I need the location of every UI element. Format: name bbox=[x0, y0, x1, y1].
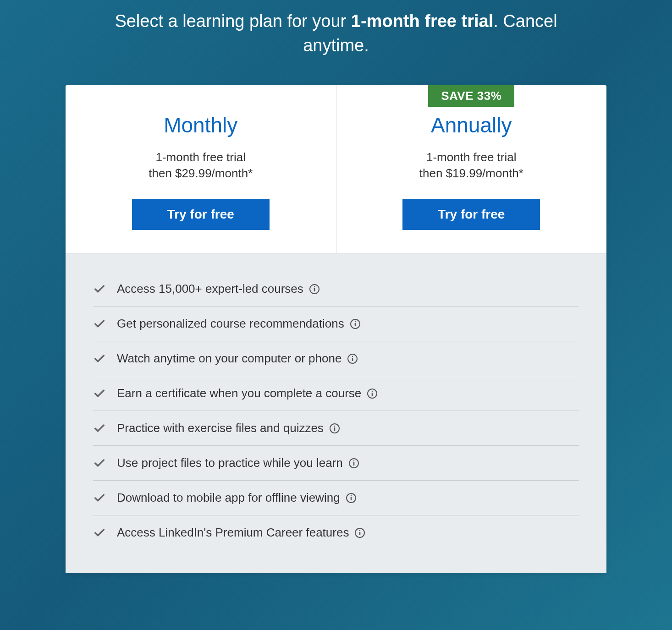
feature-row: Watch anytime on your computer or phone bbox=[93, 341, 579, 376]
pricing-card: Monthly 1-month free trial then $29.99/m… bbox=[66, 85, 606, 573]
plan-title: Annually bbox=[355, 113, 589, 137]
feature-label: Practice with exercise files and quizzes bbox=[117, 421, 324, 435]
try-annually-button[interactable]: Try for free bbox=[402, 199, 540, 230]
info-icon[interactable] bbox=[329, 423, 340, 434]
feature-row: Access LinkedIn's Premium Career feature… bbox=[93, 515, 579, 550]
save-badge: SAVE 33% bbox=[428, 85, 514, 107]
feature-row: Get personalized course recommendations bbox=[93, 307, 579, 341]
check-icon bbox=[93, 283, 106, 296]
feature-label: Watch anytime on your computer or phone bbox=[117, 351, 342, 366]
feature-label: Access 15,000+ expert-led courses bbox=[117, 282, 303, 296]
plans-row: Monthly 1-month free trial then $29.99/m… bbox=[66, 85, 606, 253]
feature-row: Download to mobile app for offline viewi… bbox=[93, 481, 579, 515]
svg-point-20 bbox=[350, 495, 351, 496]
svg-point-14 bbox=[334, 426, 335, 427]
svg-point-5 bbox=[355, 321, 356, 322]
plan-price-text: then $29.99/month* bbox=[84, 166, 318, 181]
feature-row: Earn a certificate when you complete a c… bbox=[93, 376, 579, 411]
svg-point-11 bbox=[372, 391, 373, 392]
svg-point-17 bbox=[353, 460, 354, 461]
plan-title: Monthly bbox=[84, 113, 318, 137]
feature-label: Get personalized course recommendations bbox=[117, 317, 344, 331]
title-bold: 1-month free trial bbox=[351, 11, 493, 31]
plan-price-text: then $19.99/month* bbox=[355, 166, 589, 181]
check-icon bbox=[93, 422, 106, 435]
features-list: Access 15,000+ expert-led courses Get pe… bbox=[66, 253, 606, 573]
feature-row: Access 15,000+ expert-led courses bbox=[93, 272, 579, 307]
info-icon[interactable] bbox=[309, 284, 320, 295]
feature-label: Use project files to practice while you … bbox=[117, 456, 343, 470]
check-icon bbox=[93, 457, 106, 470]
svg-point-2 bbox=[314, 286, 315, 287]
feature-label: Earn a certificate when you complete a c… bbox=[117, 386, 361, 400]
page-title: Select a learning plan for your 1-month … bbox=[84, 9, 588, 58]
info-icon[interactable] bbox=[354, 527, 365, 538]
svg-point-23 bbox=[359, 530, 360, 531]
check-icon bbox=[93, 318, 106, 330]
info-icon[interactable] bbox=[367, 388, 378, 399]
check-icon bbox=[93, 352, 106, 365]
svg-point-8 bbox=[352, 356, 353, 357]
plan-monthly: Monthly 1-month free trial then $29.99/m… bbox=[66, 85, 336, 253]
info-icon[interactable] bbox=[350, 318, 361, 329]
feature-label: Access LinkedIn's Premium Career feature… bbox=[117, 526, 349, 540]
check-icon bbox=[93, 387, 106, 400]
title-prefix: Select a learning plan for your bbox=[115, 11, 351, 31]
plan-annually: SAVE 33% Annually 1-month free trial the… bbox=[336, 85, 607, 253]
check-icon bbox=[93, 526, 106, 539]
check-icon bbox=[93, 492, 106, 504]
feature-row: Use project files to practice while you … bbox=[93, 446, 579, 481]
info-icon[interactable] bbox=[347, 353, 358, 364]
feature-label: Download to mobile app for offline viewi… bbox=[117, 491, 340, 505]
plan-trial-text: 1-month free trial bbox=[355, 150, 589, 164]
feature-row: Practice with exercise files and quizzes bbox=[93, 411, 579, 446]
try-monthly-button[interactable]: Try for free bbox=[132, 199, 270, 230]
info-icon[interactable] bbox=[346, 493, 357, 504]
plan-trial-text: 1-month free trial bbox=[84, 150, 318, 164]
info-icon[interactable] bbox=[348, 458, 359, 469]
